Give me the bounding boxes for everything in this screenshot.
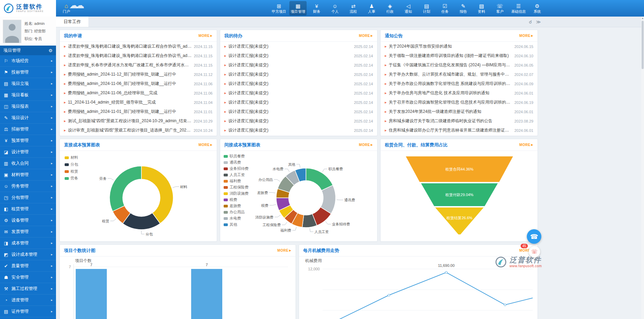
more-arrow-icon: ▶	[371, 143, 373, 146]
sidebar-item-subcontract-management[interactable]: ◳分包管理▸	[0, 192, 56, 203]
bar	[76, 269, 107, 319]
list-item[interactable]: 设计进度汇报(未提交)2025.02.14	[220, 126, 377, 135]
list-item[interactable]: 设计进度汇报(未提交)2025.02.14	[220, 42, 377, 51]
gear-icon[interactable]: ⚙	[48, 48, 53, 53]
list-item[interactable]: 设计进度汇报(未提交)2025.02.14	[220, 79, 377, 88]
scrollbar-thumb[interactable]	[642, 21, 644, 69]
sidebar-item-material-management[interactable]: ▣材料管理▸	[0, 169, 56, 181]
list-item-date: 2024.06.05	[514, 63, 533, 67]
sidebar-item-project-design[interactable]: ✎项目设计▸	[0, 112, 56, 124]
sidebar-item-income-contract[interactable]: ▥收入合同▸	[0, 158, 56, 169]
collapse-icon[interactable]: ≫	[536, 19, 541, 25]
top-nav-item-system[interactable]: ⚙系统	[529, 1, 541, 16]
sidebar-item-cost-management[interactable]: ◨成本管理▸	[0, 238, 56, 249]
list-item[interactable]: 关于举办市政公用设施数字化管理信息 系统建设与应用培训班的通知2024.06.0…	[381, 79, 538, 88]
top-nav-item-notifications[interactable]: ◁通知	[400, 1, 417, 16]
top-nav-item-customers[interactable]: ☏客户	[492, 1, 508, 16]
top-nav-label: 资料	[478, 9, 485, 14]
list-item[interactable]: 测试_彭祖新城“四馆”景观工程设计项目_2024-10-29_admin_结束_…	[60, 116, 217, 126]
list-item[interactable]: 费用报销_admin_2024-11-06_总经理审批__完成2024.11.0…	[60, 88, 217, 98]
sidebar-item-equipment-management[interactable]: ⚙设备管理▸	[0, 215, 56, 226]
more-link[interactable]: MORE▶	[359, 143, 373, 147]
list-item[interactable]: 关于2024年国庆节放假安排的通知2024.06.15	[381, 42, 538, 51]
top-nav-item-personal[interactable]: ☺个人	[327, 1, 343, 16]
sidebar-item-invoice-management[interactable]: ✉发票管理▸	[0, 226, 56, 238]
top-nav-item-plans[interactable]: ▤计划	[418, 1, 435, 16]
list-item[interactable]: 设计进度汇报(未提交)2025.02.14	[220, 107, 377, 116]
list-item[interactable]: 于征集《中国建筑施工行业信息化发展报告 (2024) —BIM应用与发展》材料.…	[381, 60, 538, 70]
list-item[interactable]: 设计审查_彭祖新城“四馆”景观工程设计项目_请选择_胡广生_2024-10-2.…	[60, 126, 217, 135]
panel-lease-funnel-chart: 租赁合同、付款、结算费用占比 MORE▶ 租赁合同44.36%租赁付款29.04…	[380, 139, 538, 242]
top-nav-item-hr[interactable]: ♟人事	[363, 1, 380, 16]
list-item[interactable]: 进度款申报_长春市伊通河水力发电厂改建工程_长春市伊通河水力发电...2024.…	[60, 60, 217, 70]
key-icon[interactable]: ☌	[529, 19, 532, 25]
scrollbar-up-icon[interactable]: ▲	[641, 17, 644, 20]
top-nav-item-workflow[interactable]: ⇄流程	[345, 1, 362, 16]
sidebar-item-construction-process-management[interactable]: ⚒施工过程管理▸	[0, 283, 56, 294]
list-item[interactable]: 设计进度汇报(未提交)2025.02.14	[220, 116, 377, 126]
more-link[interactable]: MORE▶	[277, 249, 291, 252]
tab-daily-work[interactable]: 日常工作	[56, 17, 89, 27]
list-item[interactable]: 关于发放2024年第24批一级建造师注册证书的通知2024.06.01	[381, 107, 538, 116]
list-item[interactable]: 关于举办大数据、云计算技术在城市建设、规划、管理与服务中的应用培训班...202…	[381, 70, 538, 79]
top-nav-item-administration[interactable]: ◈行政	[382, 1, 398, 16]
sidebar-item-project-reports[interactable]: ◫项目报表▸	[0, 101, 56, 112]
sidebar-item-market-management[interactable]: ⚐市场经营▸	[0, 55, 56, 67]
list-item[interactable]: 设计进度汇报(未提交)2025.02.14	[220, 88, 377, 98]
more-link[interactable]: MORE▶	[519, 143, 533, 147]
nav-portal[interactable]: ⌂ 门户	[58, 0, 75, 17]
legend-swatch	[224, 211, 228, 214]
sidebar-item-certificate-management[interactable]: ▤证件管理▸	[0, 306, 56, 317]
top-nav-item-client-projects[interactable]: ⊞甲方项目	[270, 1, 288, 16]
sidebar-item-project-board[interactable]: ▦项目看板▸	[0, 89, 56, 101]
more-link[interactable]: MORE▶	[359, 34, 373, 38]
sidebar-item-design-management[interactable]: ◪设计管理▸	[0, 146, 56, 158]
list-item-text: 设计进度汇报(未提交)	[228, 118, 352, 124]
sidebar-item-quality-management[interactable]: ✔质量管理▸	[0, 260, 56, 272]
sidebar-item-project-initiation[interactable]: ▤项目立项▸	[0, 78, 56, 89]
more-link[interactable]: MORE▶	[198, 143, 213, 147]
list-item[interactable]: 设计进度汇报(未提交)2025.02.14	[220, 51, 377, 60]
sidebar-item-labor-management[interactable]: ☺劳务管理▸	[0, 181, 56, 192]
list-item[interactable]: 11_2024-11-04_admin_经营部_领导审批__完成2024.11.…	[60, 98, 217, 107]
top-nav-label: 个人	[332, 9, 339, 14]
list-item[interactable]: 设计进度汇报(未提交)2025.02.14	[220, 60, 377, 70]
list-item[interactable]: 设计进度汇报(未提交)2025.02.14	[220, 98, 377, 107]
list-item[interactable]: 住房和城乡建设部办公厅关于同意吉林省开展二级建造师注册证书电子化试点...202…	[381, 126, 538, 135]
list-item[interactable]: 关于召开市政公用设施智慧化管理信息 信息技术与应用培训班的通知2024.06.1…	[381, 98, 538, 107]
sidebar-item-tender-management[interactable]: ⚖招标管理▸	[0, 124, 56, 135]
top-nav-item-project-management[interactable]: ▦项目管理	[289, 1, 307, 16]
legend-swatch	[224, 167, 228, 170]
list-item-date: 2024.06.19	[514, 100, 533, 105]
sidebar: 姓名: admin 部门: 经营部 职位: 专员 项目管理 ⚙ ⚐市场经营▸⚑投…	[0, 17, 56, 319]
finance-icon: ¥	[315, 3, 318, 9]
list-item[interactable]: 费用报销_admin_2024-11-12_部门经理审批_胡建__运行中2024…	[60, 70, 217, 79]
top-nav-item-base-info[interactable]: ☰基础信息	[510, 1, 527, 16]
donut-segment-label: 劳务	[99, 176, 107, 181]
sidebar-item-safety-management[interactable]: ☗安全管理▸	[0, 272, 56, 283]
list-item[interactable]: 关于举办住房与房地产信息化 技术及应用培训班的通知2024.06.01	[381, 88, 538, 98]
phone-button[interactable]: ☏	[529, 246, 540, 258]
list-item[interactable]: 进度款申报_珠海鹤港口建设_珠海鹤港口建设工程合作协议书_admin_...20…	[60, 42, 217, 51]
list-item[interactable]: 房和城乡建设厅关于取消二级建造师临时执业证书的公告2023.08.29	[381, 116, 538, 126]
donut-segment-label: 税费	[261, 203, 268, 207]
sidebar-item-progress-management[interactable]: ◔进度管理▸	[0, 294, 56, 306]
list-item[interactable]: 进度款申报_珠海鹤港口建设_珠海鹤港口建设工程合作协议书_admin_...20…	[60, 51, 217, 60]
sidebar-item-budget-management[interactable]: ¥预算管理▸	[0, 135, 56, 146]
more-link[interactable]: MORE▶	[519, 34, 533, 38]
top-nav-item-reports[interactable]: ✎报告	[455, 1, 472, 16]
watermark-url: www.fanpusoft.com	[510, 264, 542, 268]
list-item[interactable]: 设计进度汇报(未提交)2025.02.14	[220, 70, 377, 79]
top-nav-item-finance[interactable]: ¥财务	[308, 1, 325, 16]
list-item[interactable]: 费用报销_admin_2024-11-01_部门经理审批_胡建__运行中2024…	[60, 107, 217, 116]
list-item[interactable]: 关于领取一级注册建造师培训项目的通知 (须持一建证书前来领取)2024.06.1…	[381, 51, 538, 60]
sidebar-item-design-cost-management[interactable]: ◩设计成本管理▸	[0, 249, 56, 260]
app-logo[interactable]: 泛普软件 FANPU SOFTWARE	[0, 0, 56, 17]
sidebar-item-lease-management[interactable]: ◧租赁管理▸	[0, 203, 56, 215]
top-nav-item-documents[interactable]: ▧资料	[473, 1, 490, 16]
top-nav-item-tasks[interactable]: ☑任务	[437, 1, 453, 16]
more-link[interactable]: MORE▶	[198, 34, 213, 38]
customer-service-button[interactable]: ☎	[527, 229, 541, 244]
sidebar-item-bidding-management[interactable]: ⚑投标管理▸	[0, 67, 56, 78]
list-item[interactable]: 费用报销_admin_2024-11-06_部门经理审批_胡建__运行中2024…	[60, 79, 217, 88]
